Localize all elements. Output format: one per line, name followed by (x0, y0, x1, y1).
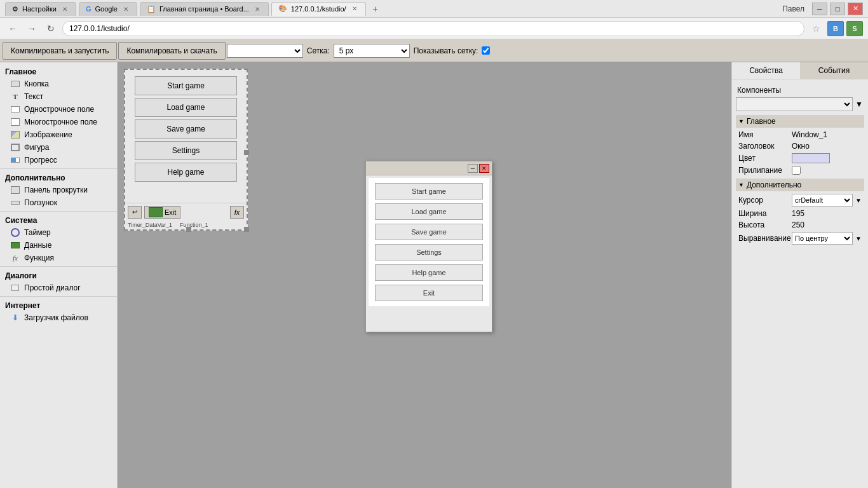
design-load-game-button[interactable]: Load game (135, 98, 237, 117)
sidebar-item-shape[interactable]: Фигура (0, 141, 117, 154)
shape-icon (10, 143, 20, 152)
bookmark-icon[interactable]: ☆ (808, 21, 824, 36)
design-save-game-button[interactable]: Save game (135, 119, 237, 139)
tab-kstudio-close[interactable]: ✕ (350, 4, 359, 13)
resize-corner-handle[interactable] (244, 227, 249, 232)
prop-name-label: Имя (738, 130, 789, 139)
preview-minimize-button[interactable]: ─ (468, 164, 478, 173)
new-tab-button[interactable]: + (369, 2, 383, 16)
tab-events[interactable]: События (800, 62, 868, 79)
restore-button[interactable]: □ (830, 3, 845, 15)
preview-help-game-button[interactable]: Help game (375, 264, 483, 281)
prop-row-width: Ширина 195 (736, 208, 864, 219)
prop-row-align: Выравнивание По центру ▼ (736, 231, 864, 246)
download-icon: ⬇ (10, 313, 20, 322)
preview-exit-button[interactable]: Exit (375, 285, 483, 301)
preview-load-game-button[interactable]: Load game (375, 203, 483, 220)
prop-align-arrow[interactable]: ▼ (855, 235, 862, 242)
prop-align-select[interactable]: По центру (792, 232, 853, 245)
design-start-game-button[interactable]: Start game (135, 76, 237, 95)
compile-download-button[interactable]: Компилировать и скачать (118, 42, 225, 60)
sidebar-item-progress[interactable]: Прогресс (0, 154, 117, 166)
sidebar-item-function[interactable]: fx Функция (0, 252, 117, 264)
grid-size-select[interactable]: 5 px (334, 44, 410, 58)
prop-height-label: Высота (738, 220, 789, 229)
preview-content: Start game Load game Save game Settings … (369, 178, 489, 306)
prop-name-value[interactable]: Window_1 (792, 130, 862, 139)
prop-height-value[interactable]: 250 (792, 220, 862, 229)
sidebar-item-simpledialог[interactable]: Простой диалог (0, 281, 117, 294)
tab-kstudio[interactable]: 🎨 127.0.0.1/kstudio/ ✕ (271, 2, 366, 16)
prop-color-swatch[interactable] (792, 153, 830, 163)
preview-settings-button[interactable]: Settings (375, 244, 483, 261)
tab-properties[interactable]: Свойства (732, 62, 800, 79)
footer-exit-button[interactable]: Exit (144, 206, 180, 219)
resize-bottom-handle[interactable] (186, 227, 191, 232)
show-grid-checkbox[interactable] (482, 46, 490, 55)
vk-button[interactable]: В (827, 21, 844, 36)
sidebar-item-oneline[interactable]: Однострочное поле (0, 103, 117, 116)
prop-row-name: Имя Window_1 (736, 129, 864, 140)
design-window: Start game Load game Save game Settings … (124, 69, 248, 231)
prop-row-title: Заголовок Окно (736, 140, 864, 152)
window-controls: Павел ─ □ ✕ (782, 3, 863, 15)
preview-close-button[interactable]: ✕ (479, 164, 489, 173)
func-icon: fx (10, 254, 20, 262)
compile-run-button[interactable]: Компилировать и запустить (3, 42, 117, 60)
footer-fx-button[interactable]: fx (230, 206, 244, 219)
ext-button[interactable]: S (846, 21, 863, 36)
footer-nav-button[interactable]: ↩ (128, 206, 142, 219)
sidebar-item-multiline-label: Многострочное поле (24, 118, 97, 126)
minimize-button[interactable]: ─ (812, 3, 827, 15)
sidebar-item-scrollpanel[interactable]: Панель прокрутки (0, 184, 117, 196)
sidebar-item-text-label: Текст (24, 92, 43, 101)
tab-nastroyki-label: Настройки (22, 5, 57, 13)
prop-title-value[interactable]: Окно (792, 142, 862, 151)
component-select[interactable] (227, 44, 303, 58)
tab-nastroyki-close[interactable]: ✕ (60, 5, 69, 13)
section-main-title: ▼ Главное (736, 115, 864, 128)
prop-cursor-arrow[interactable]: ▼ (855, 197, 862, 204)
prop-sticky-checkbox[interactable] (792, 166, 801, 175)
preview-window: ─ ✕ Start game Load game Save game Setti… (365, 161, 492, 332)
design-settings-button[interactable]: Settings (135, 141, 237, 160)
sidebar-item-image[interactable]: Изображение (0, 128, 117, 141)
components-dropdown-arrow[interactable]: ▼ (854, 98, 864, 110)
forward-button[interactable]: → (24, 21, 39, 36)
section-title-additional: Дополнительно (0, 171, 117, 184)
tab-board-close[interactable]: ✕ (253, 5, 262, 13)
close-button[interactable]: ✕ (848, 3, 863, 15)
address-bar: ← → ↻ ☆ В S (0, 18, 868, 39)
tab-kstudio-label: 127.0.0.1/kstudio/ (291, 5, 346, 13)
design-help-game-button[interactable]: Help game (135, 163, 237, 182)
tab-nastroyki[interactable]: ⚙ Настройки ✕ (5, 2, 76, 16)
tab-board[interactable]: 📋 Главная страница • Board... ✕ (140, 2, 269, 16)
url-input[interactable] (62, 21, 804, 36)
field-icon (10, 105, 20, 114)
section-title-dialogs: Диалоги (0, 269, 117, 281)
prop-width-value[interactable]: 195 (792, 209, 862, 218)
design-window-footer: ↩ Exit fx (125, 203, 247, 220)
sidebar-item-button[interactable]: Кнопка (0, 78, 117, 90)
canvas-area: Start game Load game Save game Settings … (118, 62, 731, 488)
tab-google-close[interactable]: ✕ (121, 5, 130, 13)
reload-button[interactable]: ↻ (43, 21, 58, 36)
exit-green-icon (149, 207, 163, 217)
show-grid-label: Показывать сетку: (414, 46, 478, 55)
sidebar-item-data[interactable]: Данные (0, 239, 117, 252)
back-button[interactable]: ← (5, 21, 20, 36)
tab-google[interactable]: G Google ✕ (79, 2, 137, 16)
sidebar-item-multiline[interactable]: Многострочное поле (0, 116, 117, 128)
preview-start-game-button[interactable]: Start game (375, 183, 483, 200)
prop-align-label: Выравнивание (738, 234, 789, 243)
sidebar-item-fileloader[interactable]: ⬇ Загрузчик файлов (0, 311, 117, 324)
sidebar-item-slider[interactable]: Ползунок (0, 196, 117, 209)
prop-cursor-select[interactable]: crDefault (792, 194, 853, 207)
section-additional-label: Дополнительно (747, 180, 801, 189)
sidebar-item-timer[interactable]: Таймер (0, 226, 117, 239)
sidebar-item-text[interactable]: T Текст (0, 90, 117, 103)
preview-save-game-button[interactable]: Save game (375, 224, 483, 240)
components-dropdown[interactable] (736, 97, 853, 111)
section-title-system: Система (0, 214, 117, 226)
resize-right-handle[interactable] (244, 150, 249, 155)
